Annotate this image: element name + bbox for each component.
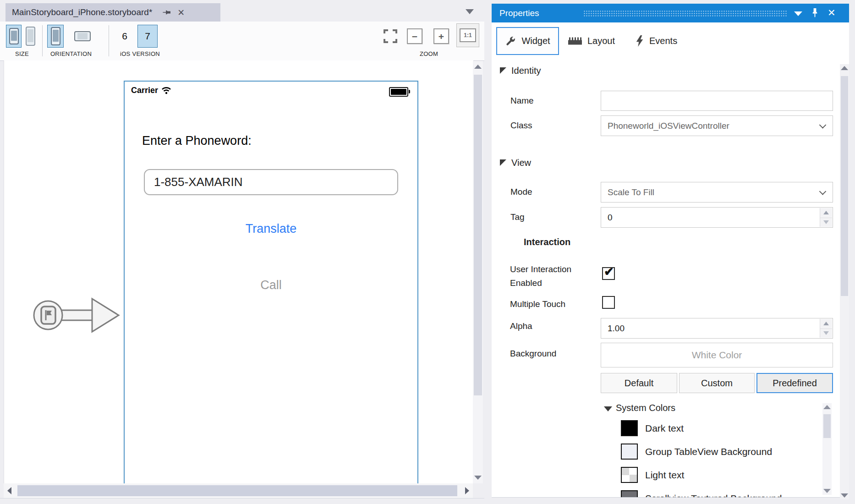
color-label: Dark text (645, 423, 684, 434)
zoom-in-button[interactable]: + (433, 25, 449, 47)
close-icon[interactable]: ✕ (828, 7, 836, 18)
zoom-actual-size-button[interactable]: 1:1 (456, 24, 479, 46)
view-header[interactable]: View (511, 158, 531, 168)
battery-icon (389, 87, 408, 97)
one-to-one-icon: 1:1 (456, 23, 479, 47)
window-position-dropdown-icon[interactable] (794, 11, 802, 16)
phoneword-input[interactable] (144, 169, 398, 195)
system-colors-expander-icon[interactable] (604, 406, 612, 411)
system-colors-header[interactable]: System Colors (616, 403, 675, 413)
scroll-down-icon[interactable] (474, 476, 482, 480)
ios-version-label: iOS VERSION (114, 50, 166, 57)
auto-hide-pin-icon[interactable] (811, 8, 819, 20)
ios-version-6-button[interactable]: 6 (117, 25, 132, 47)
tab-layout[interactable]: Layout (568, 27, 615, 55)
close-icon[interactable]: ✕ (175, 6, 187, 18)
properties-scrollbar[interactable] (840, 64, 849, 499)
properties-title: Properties (492, 8, 539, 18)
class-value: Phoneworld_iOSViewController (601, 121, 729, 131)
tab-widget[interactable]: Widget (496, 27, 559, 55)
toolbar-separator (42, 25, 43, 56)
tag-spin-buttons[interactable] (820, 208, 832, 227)
zoom-out-button[interactable]: − (407, 25, 422, 47)
background-mode-predefined-button[interactable]: Predefined (756, 373, 833, 393)
scroll-up-icon[interactable] (474, 65, 482, 69)
lightning-icon (636, 35, 644, 47)
zoom-out-icon: − (407, 28, 422, 44)
zoom-fit-button[interactable] (382, 25, 399, 47)
initial-view-controller-arrow[interactable] (28, 295, 124, 337)
scroll-up-icon[interactable] (841, 66, 848, 70)
properties-panel: Widget Layout Events Identity Name Class… (492, 22, 849, 504)
multiple-touch-checkbox[interactable] (602, 296, 615, 309)
orientation-portrait-button[interactable] (48, 25, 63, 47)
class-label: Class (510, 121, 532, 131)
identity-expander-icon[interactable] (500, 67, 506, 74)
translate-button[interactable]: Translate (125, 222, 417, 236)
view-expander-icon[interactable] (500, 159, 506, 166)
background-color-button[interactable]: White Color (601, 343, 833, 367)
pin-icon[interactable] (160, 6, 172, 18)
editor-bottom-strip (0, 498, 484, 504)
properties-title-bar[interactable]: Properties ✕ (492, 4, 849, 22)
spin-up-icon[interactable] (820, 319, 832, 329)
user-interaction-label: User Interaction Enabled (510, 263, 604, 290)
scroll-up-icon[interactable] (823, 405, 831, 409)
ios-version-7-label: 7 (145, 31, 150, 42)
user-interaction-checkbox[interactable]: ✔ (602, 267, 615, 280)
scroll-right-icon[interactable] (465, 487, 469, 494)
design-canvas[interactable]: Carrier Enter a Phoneword: Translate Cal… (4, 60, 473, 483)
custom-label: Custom (701, 378, 733, 389)
document-tab[interactable]: MainStoryboard_iPhone.storyboard* ✕ (5, 3, 220, 22)
app-window: MainStoryboard_iPhone.storyboard* ✕ SIZE… (0, 0, 855, 504)
mode-combobox[interactable]: Scale To Fill (601, 182, 833, 203)
wrench-icon (505, 36, 516, 47)
background-mode-default-button[interactable]: Default (601, 373, 677, 393)
spin-up-icon[interactable] (820, 208, 832, 218)
default-label: Default (625, 378, 653, 389)
properties-scrollbar-thumb[interactable] (841, 76, 848, 296)
zoom-in-icon: + (433, 28, 449, 44)
colors-scrollbar-thumb[interactable] (823, 414, 831, 438)
alpha-input[interactable] (601, 318, 817, 338)
editor-vertical-scrollbar-thumb[interactable] (474, 75, 482, 395)
orientation-label: ORIENTATION (46, 50, 96, 57)
spin-down-icon[interactable] (820, 329, 832, 338)
document-list-dropdown-icon[interactable] (466, 9, 474, 14)
name-label: Name (510, 96, 534, 106)
document-tab-title: MainStoryboard_iPhone.storyboard* (5, 7, 152, 17)
alpha-spinner[interactable] (601, 318, 833, 339)
class-combobox[interactable]: Phoneworld_iOSViewController (601, 115, 833, 136)
size-tall-button[interactable] (23, 25, 38, 47)
tag-spinner[interactable] (601, 207, 833, 228)
phone-landscape-icon (74, 31, 91, 41)
status-bar: Carrier (131, 86, 171, 95)
editor-horizontal-scrollbar[interactable] (4, 483, 473, 498)
alpha-spin-buttons[interactable] (820, 319, 832, 338)
editor-horizontal-scrollbar-thumb[interactable] (17, 485, 457, 496)
tab-events[interactable]: Events (636, 27, 677, 55)
background-label: Background (510, 349, 556, 359)
scroll-left-icon[interactable] (7, 487, 11, 494)
ios-version-7-button[interactable]: 7 (138, 25, 157, 47)
orientation-landscape-button[interactable] (71, 25, 93, 47)
tab-events-label: Events (649, 36, 677, 46)
colors-scrollbar[interactable] (822, 403, 832, 495)
phoneword-label[interactable]: Enter a Phoneword: (142, 134, 252, 148)
background-mode-custom-button[interactable]: Custom (679, 373, 755, 393)
identity-header[interactable]: Identity (511, 66, 541, 76)
name-input[interactable] (601, 91, 833, 111)
color-swatch (621, 444, 638, 460)
view-controller-surface[interactable]: Carrier Enter a Phoneword: Translate Cal… (124, 81, 418, 483)
mode-label: Mode (510, 187, 532, 197)
call-button[interactable]: Call (125, 278, 417, 292)
ios-version-6-label: 6 (122, 31, 127, 42)
color-label: Light text (645, 470, 684, 481)
scroll-down-icon[interactable] (841, 493, 848, 498)
tab-layout-label: Layout (587, 36, 615, 46)
tag-input[interactable] (601, 208, 817, 227)
size-small-button[interactable] (6, 25, 21, 47)
scroll-down-icon[interactable] (823, 489, 831, 493)
spin-down-icon[interactable] (820, 218, 832, 227)
editor-vertical-scrollbar[interactable] (473, 61, 483, 483)
